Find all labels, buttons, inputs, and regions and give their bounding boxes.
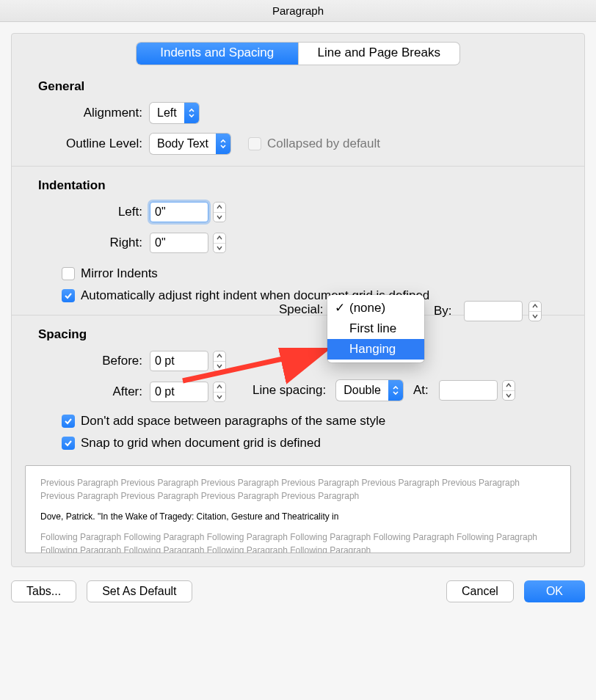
stepper-down-icon[interactable] xyxy=(214,361,225,371)
line-spacing-value: Double xyxy=(336,380,388,401)
collapsed-label: Collapsed by default xyxy=(267,136,380,151)
general-heading: General xyxy=(38,79,571,94)
special-option-hanging[interactable]: Hanging xyxy=(327,339,424,360)
before-label: Before: xyxy=(25,354,150,368)
indent-left-stepper[interactable] xyxy=(213,202,226,222)
stepper-up-icon[interactable] xyxy=(214,382,225,392)
after-input[interactable] xyxy=(150,382,208,402)
preview-pane: Previous Paragraph Previous Paragraph Pr… xyxy=(25,465,571,553)
preview-previous: Previous Paragraph Previous Paragraph Pr… xyxy=(40,476,556,503)
divider xyxy=(12,166,584,167)
dialog-panel: Indents and Spacing Line and Page Breaks… xyxy=(11,33,585,567)
line-spacing-select[interactable]: Double xyxy=(336,380,403,401)
snap-to-grid-checkbox[interactable]: Snap to grid when document grid is defin… xyxy=(62,436,571,451)
select-arrows-icon xyxy=(388,380,403,401)
snap-to-grid-label: Snap to grid when document grid is defin… xyxy=(81,436,321,451)
indent-left-input[interactable] xyxy=(150,202,208,222)
stepper-down-icon[interactable] xyxy=(214,392,225,402)
indentation-heading: Indentation xyxy=(38,178,571,193)
tab-line-breaks[interactable]: Line and Page Breaks xyxy=(298,43,460,65)
checkbox-box xyxy=(248,137,261,150)
special-option-first-line[interactable]: First line xyxy=(327,318,424,339)
checkbox-box xyxy=(62,267,75,280)
select-arrows-icon xyxy=(216,134,230,154)
by-input[interactable] xyxy=(464,301,523,321)
tab-switcher: Indents and Spacing Line and Page Breaks xyxy=(137,43,459,65)
stepper-up-icon[interactable] xyxy=(214,203,225,212)
stepper-down-icon[interactable] xyxy=(214,243,225,253)
window-title: Paragraph xyxy=(0,0,596,22)
preview-sample: Dove, Patrick. "In the Wake of Tragedy: … xyxy=(40,510,556,523)
stepper-down-icon[interactable] xyxy=(529,311,541,321)
alignment-value: Left xyxy=(150,103,184,123)
after-label: After: xyxy=(25,384,150,399)
special-option-none[interactable]: (none) xyxy=(327,298,424,318)
stepper-up-icon[interactable] xyxy=(214,233,225,243)
cancel-button[interactable]: Cancel xyxy=(446,580,514,602)
after-stepper[interactable] xyxy=(213,382,226,402)
indent-right-input[interactable] xyxy=(150,233,208,253)
at-label: At: xyxy=(413,383,435,398)
indent-left-label: Left: xyxy=(25,205,150,219)
dont-add-space-checkbox[interactable]: Don't add space between paragraphs of th… xyxy=(62,414,571,429)
outline-level-value: Body Text xyxy=(150,134,216,154)
stepper-up-icon[interactable] xyxy=(503,381,515,390)
mirror-indents-label: Mirror Indents xyxy=(81,266,158,281)
mirror-indents-checkbox[interactable]: Mirror Indents xyxy=(62,266,571,281)
collapsed-checkbox: Collapsed by default xyxy=(248,136,380,151)
at-stepper[interactable] xyxy=(502,380,515,401)
stepper-down-icon[interactable] xyxy=(214,212,225,222)
special-dropdown-menu[interactable]: (none) First line Hanging xyxy=(327,295,424,362)
at-input[interactable] xyxy=(439,380,498,401)
dont-add-space-label: Don't add space between paragraphs of th… xyxy=(81,414,385,429)
by-label: By: xyxy=(434,304,458,318)
special-label: Special: xyxy=(279,302,323,317)
tabs-button[interactable]: Tabs... xyxy=(11,580,76,602)
before-input[interactable] xyxy=(150,351,208,371)
before-stepper[interactable] xyxy=(213,351,226,371)
button-bar: Tabs... Set As Default Cancel OK xyxy=(11,580,585,602)
stepper-up-icon[interactable] xyxy=(214,351,225,361)
indent-right-label: Right: xyxy=(25,236,150,250)
indent-right-stepper[interactable] xyxy=(213,233,226,253)
select-arrows-icon xyxy=(184,103,199,123)
checkbox-box xyxy=(62,415,75,428)
by-stepper[interactable] xyxy=(528,301,542,321)
checkbox-box xyxy=(62,289,75,302)
line-spacing-label: Line spacing: xyxy=(252,383,332,398)
tab-indents-spacing[interactable]: Indents and Spacing xyxy=(137,43,298,65)
ok-button[interactable]: OK xyxy=(524,580,585,602)
spacing-heading: Spacing xyxy=(38,327,571,342)
checkbox-box xyxy=(62,437,75,450)
outline-level-select[interactable]: Body Text xyxy=(150,134,230,154)
outline-level-label: Outline Level: xyxy=(25,136,150,151)
set-default-button[interactable]: Set As Default xyxy=(87,580,192,602)
alignment-select[interactable]: Left xyxy=(150,103,199,123)
alignment-label: Alignment: xyxy=(25,106,150,120)
stepper-down-icon[interactable] xyxy=(503,390,515,401)
preview-following: Following Paragraph Following Paragraph … xyxy=(40,531,556,553)
stepper-up-icon[interactable] xyxy=(529,302,541,311)
